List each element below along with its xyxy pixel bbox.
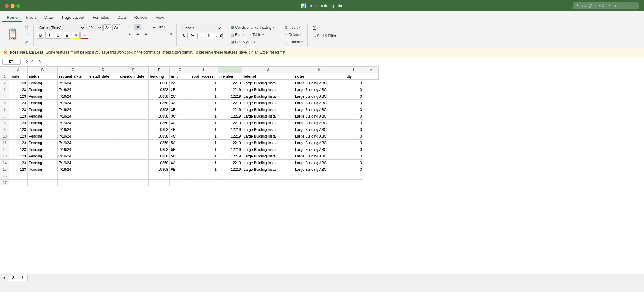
col-header-m[interactable]: M [363, 67, 379, 73]
paste-button[interactable]: 📋 Paste [5, 28, 21, 42]
cell-r13-c0[interactable]: 123 [9, 153, 28, 160]
cell-r8-c11[interactable]: 0 [345, 120, 363, 126]
decrease-decimal-button[interactable]: ←.0 [215, 33, 223, 39]
cell-r7-c10[interactable]: Large Building ABC [294, 113, 345, 120]
cell-r6-c2[interactable]: 7/19/24 [58, 106, 88, 113]
cell-r15-c7[interactable]: 1 [191, 166, 218, 173]
col-header-c[interactable]: C [58, 67, 88, 73]
cell-r17-c2[interactable] [58, 180, 88, 186]
cell-r4-c6[interactable]: 2C [170, 93, 191, 100]
cell-r4-c9[interactable]: Large Buidling Install [242, 93, 294, 100]
cell-r10-c5[interactable]: 10858 [149, 133, 170, 140]
conditional-formatting-button[interactable]: ▦ Conditional Formatting ▾ [228, 24, 277, 31]
cell-r6-c4[interactable] [118, 106, 149, 113]
col-header-b[interactable]: B [28, 67, 58, 73]
cell-r10-c2[interactable]: 7/19/24 [58, 133, 88, 140]
cell-r15-c11[interactable]: 0 [345, 166, 363, 173]
cell-r7-c4[interactable] [118, 113, 149, 120]
cell-r17-c10[interactable] [294, 180, 345, 186]
cell-r5-c2[interactable]: 7/19/24 [58, 100, 88, 106]
close-button[interactable] [5, 4, 9, 8]
cell-r8-c6[interactable]: 4A [170, 120, 191, 126]
cell-r7-c6[interactable]: 3C [170, 113, 191, 120]
header-cell-notes[interactable]: notes [294, 73, 345, 80]
cell-r9-c9[interactable]: Large Buidling Install [242, 126, 294, 133]
cell-r2-c9[interactable]: Large Buidling Install [242, 80, 294, 86]
cell-r15-c5[interactable]: 10858 [149, 166, 170, 173]
decrease-font-size-button[interactable]: A↓ [112, 24, 120, 31]
cell-r15-c0[interactable]: 123 [9, 166, 28, 173]
cell-r9-c11[interactable]: 0 [345, 126, 363, 133]
font-color-button[interactable]: A [80, 32, 88, 39]
cell-r7-c2[interactable]: 7/19/24 [58, 113, 88, 120]
cell-r2-c11[interactable]: 0 [345, 80, 363, 86]
cell-r2-c0[interactable]: 123 [9, 80, 28, 86]
sheet-tab-sheet1[interactable]: Sheet1 [8, 275, 28, 281]
cell-r5-c0[interactable]: 123 [9, 100, 28, 106]
minimize-button[interactable] [11, 4, 15, 8]
align-middle-button[interactable]: ≡ [134, 24, 141, 30]
cell-r8-c5[interactable]: 10858 [149, 120, 170, 126]
cell-r3-c5[interactable]: 10858 [149, 86, 170, 93]
cell-r17-c6[interactable] [170, 180, 191, 186]
cell-r3-c8[interactable]: 12219 [218, 86, 242, 93]
cell-r17-c5[interactable] [149, 180, 170, 186]
cell-r6-c10[interactable]: Large Building ABC [294, 106, 345, 113]
col-header-e[interactable]: E [118, 67, 149, 73]
cell-r14-c1[interactable]: Pending [28, 160, 58, 166]
wrap-text-button[interactable]: ↵ [150, 24, 158, 30]
indent-increase-button[interactable]: ⇥ [167, 31, 174, 37]
header-cell-status[interactable]: status [28, 73, 58, 80]
cell-r13-c11[interactable]: 0 [345, 153, 363, 160]
tab-review[interactable]: Review [130, 13, 152, 22]
italic-button[interactable]: I [45, 32, 53, 39]
cell-r3-c2[interactable]: 7/19/24 [58, 86, 88, 93]
cell-r10-c6[interactable]: 4C [170, 133, 191, 140]
cell-r8-c9[interactable]: Large Buidling Install [242, 120, 294, 126]
col-header-k[interactable]: K [294, 67, 345, 73]
cell-r2-c2[interactable]: 7/19/24 [58, 80, 88, 86]
cell-r15-c9[interactable]: Large Buidling Install [242, 166, 294, 173]
cell-r13-c5[interactable]: 10858 [149, 153, 170, 160]
align-bottom-button[interactable]: ⊥ [142, 24, 150, 30]
maximize-button[interactable] [16, 4, 20, 8]
cell-r8-c10[interactable]: Large Building ABC [294, 120, 345, 126]
col-header-j[interactable]: J [242, 67, 294, 73]
cell-r4-c8[interactable]: 12219 [218, 93, 242, 100]
cell-r11-c1[interactable]: Pending [28, 140, 58, 146]
tab-view[interactable]: View [151, 13, 168, 22]
header-cell-diy[interactable]: diy [345, 73, 363, 80]
cell-r12-c6[interactable]: 5B [170, 146, 191, 153]
cell-r10-c3[interactable] [88, 133, 118, 140]
cell-r13-c3[interactable] [88, 153, 118, 160]
header-cell-roof_access[interactable]: roof_access [191, 73, 218, 80]
cell-r10-c8[interactable]: 12219 [218, 133, 242, 140]
cell-r11-c4[interactable] [118, 140, 149, 146]
cell-r5-c11[interactable]: 0 [345, 100, 363, 106]
cell-r16-c1[interactable] [28, 173, 58, 180]
search-input[interactable] [573, 2, 639, 9]
comma-button[interactable]: , [197, 33, 205, 39]
cell-r7-c8[interactable]: 12219 [218, 113, 242, 120]
cell-r10-c0[interactable]: 123 [9, 133, 28, 140]
cell-r10-c4[interactable] [118, 133, 149, 140]
cell-r16-c10[interactable] [294, 173, 345, 180]
font-family-select[interactable]: Calibri (Body) [37, 24, 85, 31]
row-header-10[interactable]: 10 [0, 133, 9, 140]
cell-r16-c4[interactable] [118, 173, 149, 180]
cell-r8-c3[interactable] [88, 120, 118, 126]
cell-r9-c2[interactable]: 7/19/24 [58, 126, 88, 133]
cell-r5-c3[interactable] [88, 100, 118, 106]
cell-r9-c0[interactable]: 123 [9, 126, 28, 133]
header-cell-node[interactable]: node [9, 73, 28, 80]
cell-r13-c4[interactable] [118, 153, 149, 160]
cell-r14-c6[interactable]: 6A [170, 160, 191, 166]
cell-r10-c11[interactable]: 0 [345, 133, 363, 140]
cell-r13-c10[interactable]: Large Building ABC [294, 153, 345, 160]
cell-r7-c1[interactable]: Pending [28, 113, 58, 120]
cell-r6-c11[interactable]: 0 [345, 106, 363, 113]
cell-r12-c11[interactable]: 0 [345, 146, 363, 153]
cell-r12-c0[interactable]: 123 [9, 146, 28, 153]
cell-r12-c7[interactable]: 1 [191, 146, 218, 153]
cell-r6-c7[interactable]: 1 [191, 106, 218, 113]
